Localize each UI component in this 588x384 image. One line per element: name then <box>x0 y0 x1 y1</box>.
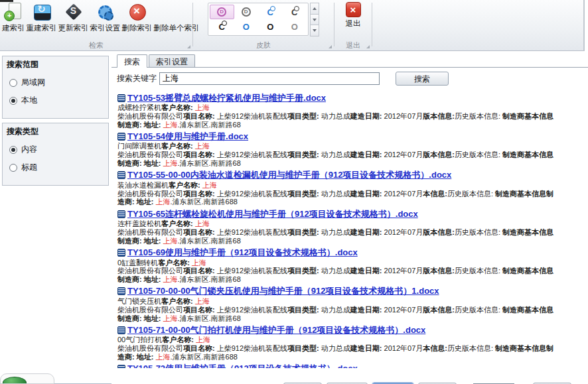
toolbar-button-label: 更新索引 <box>58 23 89 33</box>
skin-gallery-scrollbar <box>310 3 319 36</box>
result-description-line: 装油水道检漏机客户名称: 上海 <box>117 181 583 190</box>
skin-circle-pink-d[interactable]: D <box>210 5 234 19</box>
result-description-line: 00气门拍打机客户名称: 上海 <box>117 336 583 344</box>
search-type-option[interactable]: 内容 <box>9 144 103 155</box>
search-scope-option[interactable]: 本地 <box>9 95 103 106</box>
word-doc-icon <box>117 249 125 257</box>
result-link[interactable]: TY105-53摇臂总成螺栓拧紧机使用与维护手册.docx <box>127 92 326 104</box>
gallery-dropdown-button[interactable] <box>310 25 319 36</box>
skin-blue-c-clock[interactable]: C <box>258 5 283 19</box>
result-link[interactable]: TY105-69使用与维护手册（912项目设备技术规格书）.docx <box>127 247 358 259</box>
result-description-line: 制造商: 地址: 上海.浦东新区.南新路68 <box>117 275 583 284</box>
index-settings-icon <box>96 2 115 22</box>
tab-search[interactable]: 搜索 <box>117 54 147 68</box>
search-type-option[interactable]: 标题 <box>9 162 103 173</box>
result-link[interactable]: TY105-55-00-00内装油水道检漏机使用与维护手册（912项目设备技术规… <box>127 169 451 181</box>
exit-button[interactable]: × 退出 <box>336 1 370 30</box>
skin-blue-o[interactable]: O <box>234 19 259 34</box>
toolbar-button-new-index[interactable]: 建索引 <box>1 1 26 34</box>
result-description-line: 制造商: 地址: 上海.浦东新区.南新路68 <box>117 121 583 129</box>
result-link[interactable]: TY105-65连杆螺栓旋松机使用与维护手册（912项目设备技术规格书）.doc… <box>127 208 418 220</box>
search-scope-groupbox: 搜索范围 局域网 本地 <box>2 56 109 119</box>
toolbar-button-rebuild-index[interactable]: 重建索引 <box>26 1 58 34</box>
bottom-left-bubble-panel <box>0 373 54 384</box>
triangle-up-icon <box>313 7 317 10</box>
result-description-line: 连杆盖旋松机客户名称: 上海 <box>117 220 583 228</box>
exit-icon: × <box>346 2 361 17</box>
radio-icon <box>9 79 17 87</box>
skin-gray-o[interactable]: O <box>283 19 307 34</box>
toolbar-button-index-settings[interactable]: 索引设置 <box>90 1 121 34</box>
skin-blue-c-clock-icon: C <box>267 8 273 17</box>
group-corner-mark <box>329 45 332 48</box>
word-doc-icon <box>117 94 125 102</box>
search-result-item: TY105-65连杆螺栓旋松机使用与维护手册（912项目设备技术规格书）.doc… <box>117 208 583 245</box>
result-link[interactable]: TY105-54使用与维护手册.docx <box>127 131 248 143</box>
skin-gallery: D D C C C O O O <box>208 3 309 36</box>
skin-circle-gray-d[interactable]: D <box>234 5 259 19</box>
search-scope-option[interactable]: 局域网 <box>9 77 103 88</box>
tab-bar: 搜索 索引设置 <box>111 54 588 67</box>
search-result-item: TY105-55-00-00内装油水道检漏机使用与维护手册（912项目设备技术规… <box>117 170 583 206</box>
result-description-line: 柴油机股份有限公司项目名称: 上柴912柴油机装配线项目类型: 动力总成建造日期… <box>117 306 583 314</box>
result-link[interactable]: TY105-70-00-00气门锁夹压机使用与维护手册（912项目设备技术规格书… <box>127 285 439 297</box>
skin-outline-c-clock-icon: C <box>291 8 297 17</box>
radio-label: 本地 <box>21 95 37 106</box>
skin-black-o[interactable]: O <box>258 19 283 34</box>
result-link[interactable]: TY105-72使用与维护手册（912项目设备技术规格书）.docx <box>127 363 358 368</box>
toolbar-button-delete-index[interactable]: 删除索引 <box>121 1 153 34</box>
tab-index-settings[interactable]: 索引设置 <box>149 54 195 67</box>
group-label-text: 检索 <box>89 41 104 49</box>
result-description-line: 制造商: 地址: 上海.浦东新区.南新路68 <box>117 314 583 323</box>
search-result-item: TY105-53摇臂总成螺栓拧紧机使用与维护手册.docx 成螺栓拧紧机客户名称… <box>117 92 583 129</box>
result-description-line: 造商: 地址: 上海.浦东新区.南新路688 <box>117 198 583 206</box>
exit-button-area: × 退出 <box>334 0 372 40</box>
result-description-line: 气门锁夹压机客户名称: 上海 <box>117 297 583 306</box>
results-list: TY105-53摇臂总成螺栓拧紧机使用与维护手册.docx 成螺栓拧紧机客户名称… <box>111 87 588 368</box>
toolbar-button-label: 重建索引 <box>27 23 57 33</box>
sidebar: 搜索范围 局域网 本地 搜索类型 内容 标题 <box>2 56 109 190</box>
result-description-line: 柴油机股份有限公司项目名称: 上柴912柴油机装配线项目类型: 动力总成建造日期… <box>117 190 583 198</box>
toolbar-button-update-index[interactable]: 更新索引 <box>58 1 90 34</box>
skin-circle-gray-d-icon: D <box>242 7 251 17</box>
ribbon-group-search: 建索引 重建索引 更新索引 索引设置 删除索引 删除单个索引 检索 <box>0 0 192 50</box>
gallery-scroll-up-button[interactable] <box>310 3 319 15</box>
green-status-bubble <box>3 377 27 384</box>
search-type-title: 搜索类型 <box>7 126 104 137</box>
skin-black-o-icon: O <box>267 23 273 31</box>
toolbar-button-label: 删除索引 <box>122 23 153 33</box>
skin-gallery-area: D D C C C O O O <box>193 0 334 40</box>
skin-black-c-clock[interactable]: C <box>210 19 234 34</box>
triangle-down-icon <box>313 29 317 32</box>
word-doc-icon <box>117 365 125 368</box>
pagination-bar: 总共59条记录,当前第5页,共6页,每页10条记录 首页上一页下一页尾页 第 页… <box>111 378 588 384</box>
gallery-scroll-down-button[interactable] <box>310 14 319 26</box>
ribbon-search-buttons: 建索引 重建索引 更新索引 索引设置 删除索引 删除单个索引 <box>0 0 192 40</box>
search-result-item: TY105-54使用与维护手册.docx 门间隙调整机客户名称: 上海柴油机股份… <box>117 131 583 167</box>
radio-label: 局域网 <box>21 77 45 88</box>
main-panel: 搜索 索引设置 搜索关键字 搜索 TY105-53摇臂总成螺栓拧紧机使用与维护手… <box>111 54 588 383</box>
result-link[interactable]: TY105-71-00-00气门拍打机使用与维护手册（912项目设备技术规格书）… <box>127 324 425 336</box>
word-doc-icon <box>117 326 125 334</box>
skin-outline-c-clock[interactable]: C <box>283 5 307 19</box>
search-button[interactable]: 搜索 <box>396 72 449 86</box>
radio-icon <box>9 146 17 154</box>
window-chrome-strip <box>0 0 13 2</box>
radio-icon <box>9 164 17 172</box>
result-description-line: 柴油机股份有限公司项目名称: 上柴912柴油机装配线项目类型: 动力总成建造日期… <box>117 228 583 237</box>
ribbon-group-skin: D D C C C O O O 皮肤 <box>193 0 334 50</box>
result-description-line: 柴油机股份有限公司项目名称: 上柴912柴油机装配线项目类型: 动力总成建造日期… <box>117 151 583 159</box>
result-description-line: 成螺栓拧紧机客户名称: 上海 <box>117 103 583 112</box>
search-result-item: TY105-71-00-00气门拍打机使用与维护手册（912项目设备技术规格书）… <box>117 324 583 361</box>
search-result-item: TY105-72使用与维护手册（912项目设备技术规格书）.docx <box>117 363 583 368</box>
app-window: 建索引 重建索引 更新索引 索引设置 删除索引 删除单个索引 检索 <box>0 0 588 384</box>
group-corner-mark <box>366 45 370 48</box>
search-type-groupbox: 搜索类型 内容 标题 <box>2 123 109 186</box>
search-result-item: TY105-70-00-00气门锁夹压机使用与维护手册（912项目设备技术规格书… <box>117 286 583 322</box>
word-doc-icon <box>117 171 125 179</box>
search-keyword-input[interactable] <box>159 72 380 85</box>
ribbon-group-search-label: 检索 <box>0 40 192 50</box>
result-description-line: 门间隙调整机客户名称: 上海 <box>117 142 583 151</box>
toolbar-button-label: 索引设置 <box>90 23 121 33</box>
skin-black-c-clock-icon: C <box>219 23 225 31</box>
